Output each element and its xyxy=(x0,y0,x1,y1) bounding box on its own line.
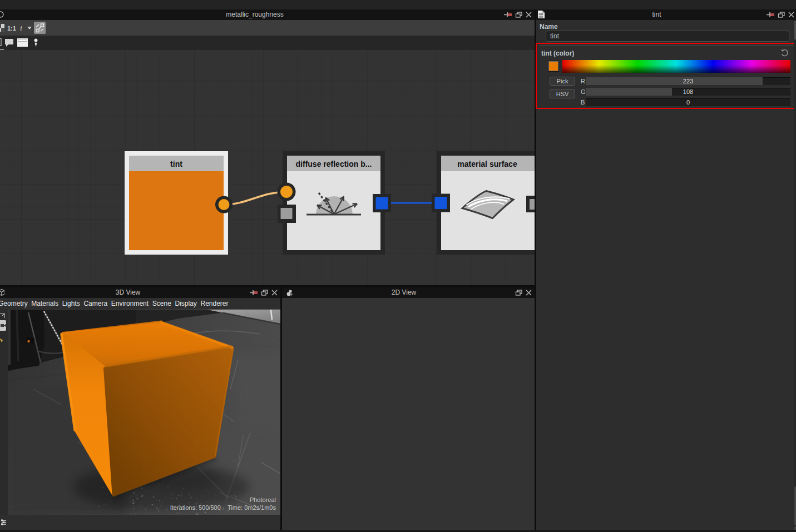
svg-text:i: i xyxy=(20,24,22,32)
svg-text:1:1: 1:1 xyxy=(7,25,16,32)
svg-text:material surface: material surface xyxy=(457,160,517,168)
svg-text:tint: tint xyxy=(170,160,182,168)
svg-text:diffuse reflection b...: diffuse reflection b... xyxy=(296,160,372,168)
